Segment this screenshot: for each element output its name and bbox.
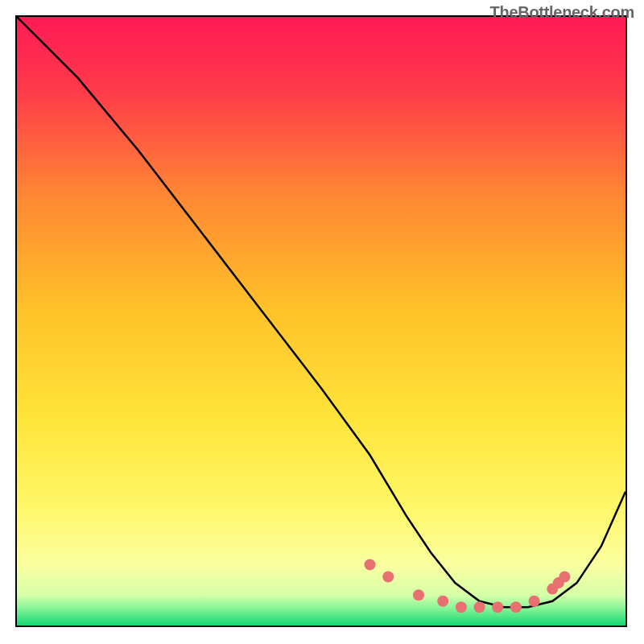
highlight-dot — [437, 596, 448, 607]
bottleneck-curve — [17, 17, 625, 607]
highlight-dot — [559, 572, 570, 583]
highlight-dot — [492, 601, 503, 613]
highlight-dot — [474, 601, 485, 613]
highlight-dot — [365, 559, 376, 570]
chart-curve-layer — [17, 17, 625, 625]
highlight-dot — [510, 601, 522, 613]
highlight-dot — [382, 572, 394, 583]
chart-area — [15, 15, 627, 627]
highlight-dot — [413, 589, 424, 601]
highlight-dot — [456, 601, 467, 613]
watermark-label: TheBottleneck.com — [490, 3, 634, 22]
highlight-dot — [529, 596, 540, 607]
